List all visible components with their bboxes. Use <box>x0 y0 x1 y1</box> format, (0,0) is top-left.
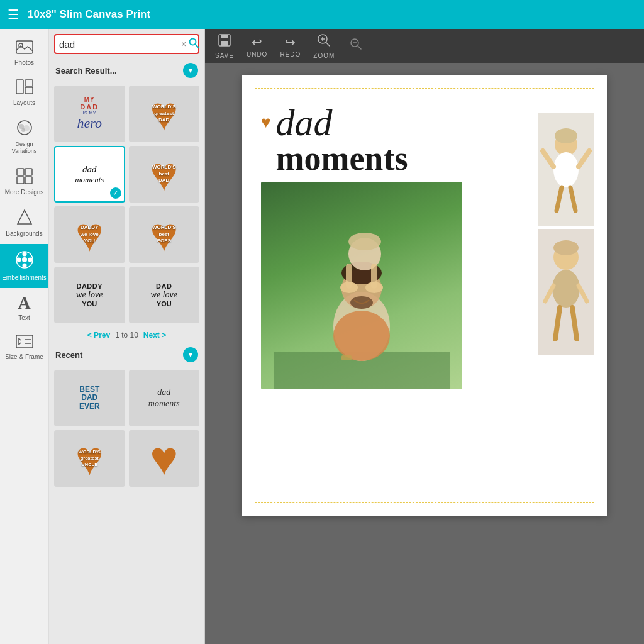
svg-point-58 <box>555 128 577 143</box>
svg-rect-50 <box>341 355 352 360</box>
search-input-wrapper: × <box>54 34 199 54</box>
save-icon <box>218 33 231 51</box>
svg-rect-29 <box>221 35 228 38</box>
page-title: 10x8" Slim Canvas Print <box>28 8 150 21</box>
svg-point-45 <box>348 233 381 250</box>
text-icon: A <box>18 294 30 312</box>
svg-rect-4 <box>25 87 33 94</box>
redo-icon: ↪ <box>285 35 296 50</box>
result-dad-text[interactable]: DAD we love YOU <box>129 267 200 323</box>
layouts-label: Layouts <box>13 99 35 107</box>
search-input[interactable] <box>59 39 179 50</box>
search-button[interactable] <box>189 38 199 50</box>
sidebar-item-design-variations[interactable]: Design Variations <box>0 113 48 161</box>
save-label: SAVE <box>215 52 234 59</box>
sidebar-item-layouts[interactable]: Layouts <box>0 73 48 113</box>
recent-grid: BESTDADEVER dadmoments ♥ WORLD'Sgreatest… <box>49 366 204 491</box>
canvas-viewport: ♥ dad moments <box>205 63 644 644</box>
sidebar-item-more-designs[interactable]: More Designs <box>0 161 48 203</box>
sidebar-item-embellishments[interactable]: Embellishments <box>0 244 48 288</box>
main-area: Photos Layouts Design Var <box>0 29 644 644</box>
result-daddy-we-love-you[interactable]: ♥ DADDYwe loveYOU <box>54 206 125 263</box>
svg-marker-13 <box>18 210 31 224</box>
search-bar-container: × ➤ <box>49 29 204 59</box>
svg-line-27 <box>196 45 199 48</box>
sidebar-item-photos[interactable]: Photos <box>0 34 48 73</box>
selected-checkmark: ✓ <box>110 187 121 199</box>
menu-icon[interactable]: ☰ <box>8 7 19 22</box>
size-frame-label: Size & Frame <box>5 353 43 361</box>
photos-icon <box>16 40 33 57</box>
zoom-label: ZOOM <box>313 52 335 59</box>
svg-point-15 <box>22 252 26 256</box>
result-worlds-greatest-dad[interactable]: ♥ WORLD'SgreatestDAD <box>129 86 200 142</box>
redo-label: REDO <box>280 51 301 58</box>
result-worlds-best-pops[interactable]: ♥ WORLD'SbestPOPS <box>129 206 200 263</box>
embellishments-label: Embellishments <box>2 274 47 282</box>
undo-label: UNDO <box>247 51 267 58</box>
svg-point-19 <box>22 257 27 262</box>
svg-point-18 <box>28 257 32 262</box>
svg-rect-30 <box>221 41 228 46</box>
more-designs-icon <box>16 167 33 186</box>
svg-point-17 <box>16 257 21 262</box>
search-results-grid: MY DAD IS MY hero ♥ WORLD'SgreatestDAD d… <box>49 82 204 327</box>
next-page-button[interactable]: Next > <box>143 331 166 340</box>
zoom-out-button[interactable] <box>350 38 362 54</box>
svg-rect-48 <box>346 264 352 289</box>
result-worlds-best-dad[interactable]: ♥ WORLD'SbestDAD <box>129 146 200 203</box>
svg-rect-3 <box>25 80 33 86</box>
undo-button[interactable]: ↩ UNDO <box>247 35 267 58</box>
recent-dropdown[interactable]: ▼ <box>183 347 198 362</box>
svg-line-36 <box>358 46 361 49</box>
svg-point-43 <box>333 311 390 361</box>
svg-rect-10 <box>25 169 32 175</box>
sidebar-item-backgrounds[interactable]: Backgrounds <box>0 203 48 244</box>
canvas-paper: ♥ dad moments <box>242 75 607 516</box>
canvas-area: SAVE ↩ UNDO ↪ REDO ZOOM <box>205 29 644 644</box>
toolbar: SAVE ↩ UNDO ↪ REDO ZOOM <box>205 29 644 63</box>
more-designs-label: More Designs <box>5 189 44 196</box>
svg-rect-12 <box>25 177 32 184</box>
design-variations-icon <box>15 119 34 138</box>
design-variations-label: Design Variations <box>3 141 46 155</box>
svg-point-8 <box>21 128 25 132</box>
svg-rect-9 <box>17 169 24 175</box>
prev-page-button[interactable]: < Prev <box>87 331 110 340</box>
svg-rect-11 <box>17 177 24 184</box>
sidebar-icons: Photos Layouts Design Var <box>0 29 49 644</box>
recent-best-dad-ever[interactable]: BESTDADEVER <box>54 370 125 426</box>
search-clear-button[interactable]: × <box>181 39 186 49</box>
svg-rect-49 <box>371 264 377 289</box>
canvas-right-photo-1 <box>538 113 594 226</box>
recent-dad-moments[interactable]: dadmoments <box>129 370 200 426</box>
result-dad-moments[interactable]: dad moments ✓ <box>54 146 125 203</box>
pagination: < Prev 1 to 10 Next > <box>49 327 204 343</box>
svg-rect-2 <box>16 80 23 94</box>
svg-rect-0 <box>16 41 33 53</box>
recent-title: Recent <box>55 350 82 360</box>
zoom-out-icon <box>350 38 362 53</box>
search-results-dropdown[interactable]: ▼ <box>183 63 198 78</box>
recent-plain-heart[interactable]: ♥ <box>129 430 200 487</box>
text-label: Text <box>18 314 30 322</box>
result-daddy-text[interactable]: DADDY we love YOU <box>54 267 125 323</box>
backgrounds-icon <box>16 209 33 228</box>
undo-icon: ↩ <box>252 35 262 50</box>
result-dad-hero[interactable]: MY DAD IS MY hero <box>54 86 125 142</box>
redo-button[interactable]: ↪ REDO <box>280 35 301 58</box>
svg-line-32 <box>326 42 330 46</box>
recent-section-header: Recent ▼ <box>49 343 204 366</box>
left-panel: × ➤ Search Result... ▼ MY DAD I <box>49 29 205 644</box>
zoom-button[interactable]: ZOOM <box>313 33 335 59</box>
save-button[interactable]: SAVE <box>215 33 234 59</box>
svg-point-6 <box>19 124 24 129</box>
sidebar-item-text[interactable]: A Text <box>0 288 48 328</box>
canvas-main-photo <box>261 182 462 389</box>
layouts-icon <box>16 79 33 97</box>
backgrounds-label: Backgrounds <box>6 230 42 238</box>
svg-point-16 <box>22 263 26 267</box>
sidebar-item-size-frame[interactable]: Size & Frame <box>0 328 48 367</box>
recent-worlds-greatest-uncle[interactable]: ♥ WORLD'SgreatestUNCLE <box>54 430 125 487</box>
size-frame-icon <box>16 335 33 351</box>
